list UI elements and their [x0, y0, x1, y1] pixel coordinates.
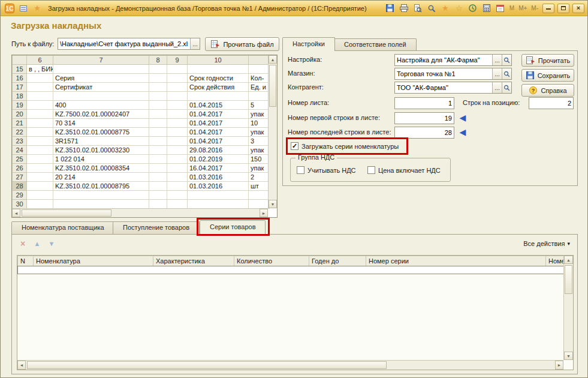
- row-number[interactable]: 24: [13, 146, 27, 155]
- row-number[interactable]: 20: [13, 110, 27, 119]
- cell[interactable]: KZ.3510.02.01.00008354: [53, 164, 149, 173]
- save-button[interactable]: Сохранить: [521, 69, 574, 82]
- spreadsheet-row[interactable]: 28KZ.3510.02.01.0000879501.03.2016шт: [13, 182, 270, 191]
- cell[interactable]: упак: [249, 146, 270, 155]
- last-row-field[interactable]: [394, 127, 454, 139]
- cell[interactable]: KZ.3510.02.01.00003230: [53, 146, 149, 155]
- scroll-up-icon[interactable]: ▲: [564, 256, 573, 264]
- cell[interactable]: 2: [249, 173, 270, 182]
- scrollbar-thumb[interactable]: [565, 265, 572, 294]
- cell[interactable]: упак: [249, 128, 270, 137]
- cell[interactable]: [149, 65, 167, 74]
- scrollbar-track[interactable]: [564, 295, 573, 352]
- cell[interactable]: упак: [249, 164, 270, 173]
- store-field[interactable]: ...: [394, 68, 512, 80]
- spreadsheet-row[interactable]: 26KZ.3510.02.01.0000835416.04.2017упак: [13, 164, 270, 173]
- choose-button[interactable]: ...: [492, 55, 502, 65]
- spreadsheet-row[interactable]: 24KZ.3510.02.01.0000323029.08.2016упак: [13, 146, 270, 155]
- cell[interactable]: [27, 119, 53, 128]
- series-column-header[interactable]: Номенклатура: [34, 256, 153, 266]
- sheet-number-field[interactable]: [394, 97, 454, 109]
- cell[interactable]: 01.03.2016: [188, 182, 249, 191]
- browse-button[interactable]: ...: [190, 38, 200, 49]
- cell[interactable]: шт: [249, 182, 270, 191]
- move-down-icon[interactable]: ▼: [46, 238, 58, 249]
- service-menu-icon[interactable]: [17, 2, 29, 14]
- cell[interactable]: [167, 119, 188, 128]
- series-column-header[interactable]: Количество: [234, 256, 309, 266]
- corner-cell[interactable]: [13, 56, 27, 65]
- rows-per-position-input[interactable]: [529, 98, 573, 109]
- spreadsheet-row[interactable]: 251 022 01401.02.2019150: [13, 155, 270, 164]
- cell[interactable]: [249, 200, 270, 209]
- cell[interactable]: 70 314: [53, 119, 149, 128]
- scroll-right-icon[interactable]: ►: [555, 361, 563, 370]
- row-number[interactable]: 17: [13, 83, 27, 92]
- cell[interactable]: [53, 191, 149, 200]
- cell[interactable]: [149, 155, 167, 164]
- contractor-input[interactable]: [395, 82, 492, 93]
- series-column-header[interactable]: Годен до: [309, 256, 366, 266]
- choose-button[interactable]: ...: [492, 68, 502, 79]
- cell[interactable]: Срок действия: [188, 83, 249, 92]
- tab-supplier-nomenclature[interactable]: Номенклатура поставщика: [11, 221, 114, 234]
- spreadsheet-row[interactable]: 29: [13, 191, 270, 200]
- cell[interactable]: [167, 155, 188, 164]
- all-actions-button[interactable]: Все действия ▾: [523, 240, 570, 247]
- cell[interactable]: [149, 200, 167, 209]
- spreadsheet-row[interactable]: 2720 21401.03.20162: [13, 173, 270, 182]
- favorites-star-icon[interactable]: ★: [31, 2, 43, 14]
- calc-memory-mplus[interactable]: M+: [517, 5, 528, 11]
- spreadsheet-vertical-scrollbar[interactable]: ▲ ▼: [268, 55, 277, 208]
- cell[interactable]: [149, 191, 167, 200]
- last-row-pick-icon[interactable]: ◀: [458, 127, 468, 137]
- cell[interactable]: упак: [249, 110, 270, 119]
- spreadsheet-row[interactable]: 22KZ.3510.02.01.0000877501.04.2017упак: [13, 128, 270, 137]
- rows-per-position-field[interactable]: [529, 97, 574, 109]
- series-column-header[interactable]: Номер серии: [366, 256, 546, 266]
- row-number[interactable]: 23: [13, 137, 27, 146]
- cell[interactable]: [249, 92, 270, 101]
- cell[interactable]: [249, 65, 270, 74]
- row-number[interactable]: 22: [13, 128, 27, 137]
- cell[interactable]: [188, 200, 249, 209]
- spreadsheet-row[interactable]: 18: [13, 92, 270, 101]
- cell[interactable]: [167, 128, 188, 137]
- cell[interactable]: 01.04.2015: [188, 101, 249, 110]
- cell[interactable]: в , , БИК: [27, 65, 53, 74]
- cell[interactable]: [149, 119, 167, 128]
- cell[interactable]: [27, 92, 53, 101]
- cell[interactable]: [27, 101, 53, 110]
- favorites-list-icon[interactable]: ☆: [453, 2, 465, 14]
- cell[interactable]: [167, 146, 188, 155]
- tab-goods-receipt[interactable]: Поступление товаров: [113, 221, 200, 234]
- cell[interactable]: KZ.3510.02.01.00008795: [53, 182, 149, 191]
- read-button[interactable]: Прочитать: [521, 54, 574, 67]
- cell[interactable]: [27, 110, 53, 119]
- cell[interactable]: [249, 191, 270, 200]
- series-column-header[interactable]: Номер: [546, 256, 565, 266]
- row-number[interactable]: 16: [13, 74, 27, 83]
- save-icon[interactable]: [384, 2, 396, 14]
- cell[interactable]: KZ.3510.02.01.00008775: [53, 128, 149, 137]
- column-header-clipped[interactable]: [249, 56, 270, 65]
- cell[interactable]: [149, 146, 167, 155]
- cell[interactable]: 01.02.2019: [188, 155, 249, 164]
- spreadsheet-row[interactable]: 2170 31401.04.201710: [13, 119, 270, 128]
- vat-included-checkbox[interactable]: [367, 166, 375, 174]
- file-path-field[interactable]: ...: [58, 38, 200, 50]
- cell[interactable]: [27, 182, 53, 191]
- scrollbar-track[interactable]: [113, 209, 260, 217]
- first-row-field[interactable]: [394, 112, 454, 124]
- cell[interactable]: [167, 74, 188, 83]
- cell[interactable]: Срок годности: [188, 74, 249, 83]
- load-series-checkbox-row[interactable]: ✓ Загружать серии номенклатуры: [291, 142, 399, 150]
- cell[interactable]: Сертификат: [53, 83, 149, 92]
- scroll-down-icon[interactable]: ▼: [564, 352, 573, 360]
- contractor-field[interactable]: ...: [394, 82, 512, 94]
- cell[interactable]: [149, 164, 167, 173]
- load-series-checkbox[interactable]: ✓: [291, 142, 298, 150]
- add-favorite-icon[interactable]: ★: [439, 2, 451, 14]
- cell[interactable]: [167, 164, 188, 173]
- cell[interactable]: [53, 200, 149, 209]
